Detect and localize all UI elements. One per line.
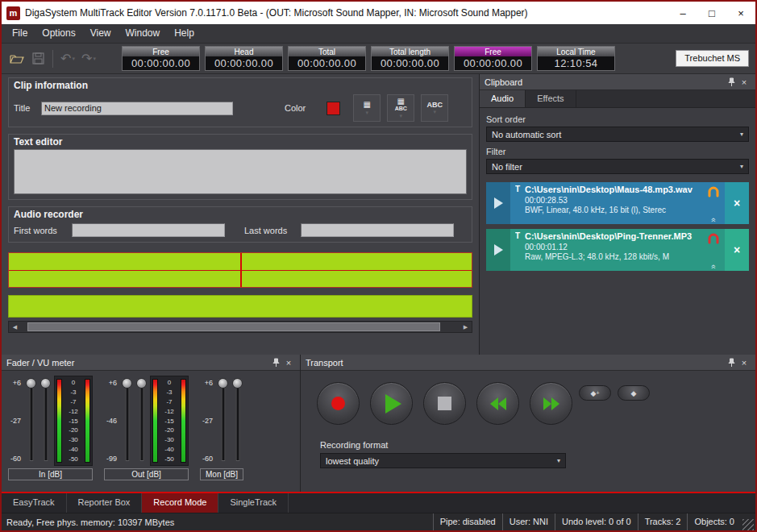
- recording-format-select[interactable]: lowest quality ▾: [320, 453, 566, 468]
- prelisten-icon[interactable]: [707, 185, 720, 198]
- scrollbar-thumb[interactable]: [27, 322, 440, 331]
- diamond-icon: ◆: [631, 389, 637, 397]
- clipboard-tabs: Audio Effects: [480, 90, 755, 108]
- filter-label: Filter: [486, 147, 749, 156]
- fader-slider[interactable]: [121, 376, 133, 466]
- item-play-button[interactable]: [486, 229, 510, 271]
- redo-button[interactable]: ↷ ▾: [78, 48, 99, 69]
- insert-from-clipboard-button[interactable]: ◆: [618, 385, 650, 401]
- resize-grip[interactable]: [742, 519, 754, 530]
- fader-knob[interactable]: [26, 378, 36, 389]
- rewind-button[interactable]: [476, 382, 519, 425]
- title-label: Title: [14, 103, 41, 113]
- fader-slider[interactable]: [217, 376, 229, 466]
- first-words-input[interactable]: [72, 223, 225, 237]
- abc-dropdown-button[interactable]: ABC ▾: [421, 94, 448, 122]
- item-remove-button[interactable]: ×: [725, 229, 749, 271]
- menu-item-file[interactable]: File: [5, 24, 35, 43]
- abc-grid-dropdown-button[interactable]: ▦ ABC ▾: [387, 94, 414, 122]
- fader-slider[interactable]: [231, 376, 243, 466]
- prelisten-icon[interactable]: [707, 232, 720, 245]
- scroll-left-arrow[interactable]: ◀: [9, 322, 21, 332]
- fader-group-out: +6 -46 -99 0-3-7-12-15-20-30-40-50: [104, 376, 189, 480]
- status-user: User: NNI: [502, 513, 555, 530]
- scrollbar-track[interactable]: [21, 322, 460, 332]
- pin-button[interactable]: [725, 76, 738, 89]
- panel-close-button[interactable]: ×: [282, 356, 295, 369]
- menu-item-window[interactable]: Window: [119, 24, 168, 43]
- app-window: m DigaSystem MultiTrack Editor Version 7…: [0, 0, 757, 532]
- fader-knob[interactable]: [122, 378, 132, 389]
- fader-knob[interactable]: [136, 378, 147, 389]
- audio-recorder-section: Audio recorder First words Last words: [8, 206, 472, 243]
- undo-button[interactable]: ↶ ▾: [57, 48, 78, 69]
- chevron-down-icon: ▾: [434, 109, 437, 115]
- counter-total: Total 00:00:00.00: [288, 46, 366, 71]
- item-path: C:\Users\nin\Desktop\Ping-Trenner.MP3: [525, 231, 692, 241]
- fast-forward-button[interactable]: [530, 382, 572, 425]
- clipboard-item[interactable]: T C:\Users\nin\Desktop\Ping-Trenner.MP3 …: [486, 229, 749, 271]
- panel-close-button[interactable]: ×: [738, 356, 751, 369]
- minimize-button[interactable]: –: [668, 2, 697, 24]
- fader-slider[interactable]: [25, 376, 37, 466]
- tab-singletrack[interactable]: SingleTrack: [218, 493, 289, 513]
- filter-select[interactable]: No filter ▾: [486, 159, 749, 174]
- chevron-down-icon: ▾: [740, 131, 743, 138]
- fader-slider[interactable]: [135, 376, 148, 466]
- font-button[interactable]: Trebuchet MS: [676, 50, 749, 67]
- fader-knob[interactable]: [40, 378, 51, 389]
- section-header: Clip information: [9, 78, 472, 93]
- item-remove-button[interactable]: ×: [725, 182, 749, 224]
- grid-dropdown-button[interactable]: ▦ ▾: [353, 94, 381, 122]
- scroll-right-arrow[interactable]: ▶: [460, 322, 472, 332]
- panel-close-button[interactable]: ×: [738, 76, 751, 89]
- tab-effects[interactable]: Effects: [526, 90, 576, 107]
- maximize-button[interactable]: □: [697, 2, 726, 24]
- stop-button[interactable]: [423, 382, 466, 425]
- open-file-button[interactable]: [6, 48, 27, 69]
- fader-knob[interactable]: [232, 378, 243, 389]
- transport-header: Transport ×: [301, 355, 755, 371]
- clipboard-panel: Clipboard × Audio Effects Sort order No …: [480, 74, 755, 355]
- main-area: Clip information Title Color ▦ ▾ ▦ ABC ▾: [2, 74, 755, 355]
- counter-total-length: Total length 00:00:00.00: [371, 46, 449, 71]
- item-path: C:\Users\nin\Desktop\Maus-48.mp3.wav: [525, 185, 693, 194]
- toolbar-separator: [52, 50, 53, 68]
- tab-audio[interactable]: Audio: [480, 90, 526, 107]
- redo-icon: ↷: [81, 51, 92, 66]
- panel-title: Clipboard: [485, 77, 725, 87]
- play-button[interactable]: [370, 382, 413, 425]
- clipboard-item[interactable]: T C:\Users\nin\Desktop\Maus-48.mp3.wav 0…: [486, 182, 749, 224]
- add-to-clipboard-button[interactable]: ◆+: [579, 385, 611, 401]
- tab-record-mode[interactable]: Record Mode: [142, 493, 218, 513]
- record-button[interactable]: [317, 382, 360, 425]
- menu-item-help[interactable]: Help: [167, 24, 202, 43]
- status-objects: Objects: 0: [687, 513, 741, 530]
- color-swatch[interactable]: [327, 102, 340, 115]
- counter-free-clipboard: Free 00:00:00.00: [454, 46, 532, 71]
- fader-slider[interactable]: [40, 376, 52, 466]
- last-words-input[interactable]: [301, 223, 454, 237]
- menu-item-view[interactable]: View: [83, 24, 119, 43]
- menu-item-options[interactable]: Options: [35, 24, 82, 43]
- close-button[interactable]: ×: [726, 2, 755, 24]
- fader-group-label: Out [dB]: [104, 468, 189, 480]
- horizontal-scrollbar[interactable]: ◀ ▶: [8, 321, 472, 333]
- pin-button[interactable]: [269, 356, 282, 369]
- text-editor-section: Text editor: [8, 134, 472, 200]
- fader-knob[interactable]: [218, 378, 228, 389]
- text-editor-area[interactable]: [14, 149, 467, 194]
- tab-easytrack[interactable]: EasyTrack: [2, 493, 67, 513]
- expand-chevrons-icon[interactable]: »: [710, 218, 717, 222]
- save-button[interactable]: [27, 48, 48, 69]
- item-play-button[interactable]: [486, 182, 510, 224]
- sort-order-select[interactable]: No automatic sort ▾: [486, 127, 749, 142]
- tab-reporter-box[interactable]: Reporter Box: [67, 493, 143, 513]
- editor-pane: Clip information Title Color ▦ ▾ ▦ ABC ▾: [2, 74, 480, 355]
- open-folder-icon: [10, 53, 24, 64]
- recording-format-label: Recording format: [320, 440, 388, 450]
- first-words-label: First words: [14, 226, 72, 235]
- title-input[interactable]: [41, 102, 233, 115]
- pin-button[interactable]: [725, 356, 738, 369]
- expand-chevrons-icon[interactable]: »: [710, 264, 717, 269]
